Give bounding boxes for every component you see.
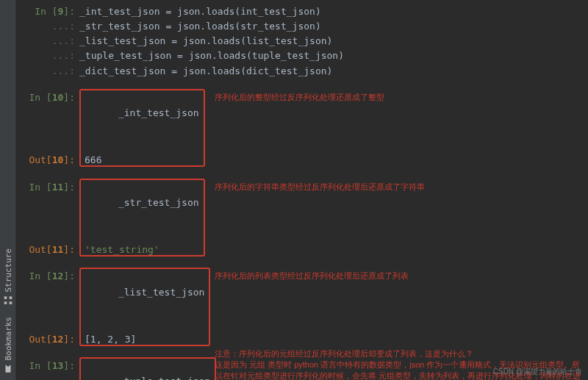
in-9-line-2: ...: _list_test_json = json.loads(list_t…	[16, 34, 588, 49]
in-9-line-3: ...: _tuple_test_json = json.loads(tuple…	[16, 49, 588, 63]
box-13: _tuple_test_json x	[79, 357, 216, 380]
svg-rect-2	[9, 296, 12, 299]
out-10-line: Out[10]: 666	[16, 153, 588, 168]
out-12-line: Out[12]: [1, 2, 3]	[16, 332, 588, 347]
bookmarks-icon	[3, 364, 13, 374]
watermark: CSDN @渴望力量的哈士奇	[493, 367, 582, 377]
svg-rect-0	[9, 301, 12, 304]
annotation-10: 序列化后的整型经过反序列化处理还原成了整型	[215, 92, 384, 103]
bookmarks-tab-label: Bookmarks	[3, 317, 12, 361]
in-9-line-0: In [9]: _int_test_json = json.loads(int_…	[16, 4, 588, 19]
annotation-11: 序列化后的字符串类型经过反序列化处理后还原成了字符串	[215, 182, 425, 193]
structure-tab-label: Structure	[3, 248, 12, 293]
in-9-line-4: ...: _dict_test_json = json.loads(dict_t…	[16, 64, 588, 79]
svg-rect-3	[4, 296, 7, 299]
out-11-line: Out[11]: 'test_string'	[16, 243, 588, 257]
structure-tool-tab[interactable]: Structure	[1, 243, 15, 312]
in-9-line-1: ...: _str_test_json = json.loads(str_tes…	[16, 19, 588, 34]
bookmarks-tool-tab[interactable]: Bookmarks	[1, 311, 15, 380]
code: _int_test_json = json.loads(int_test_jso…	[79, 4, 582, 19]
console-editor[interactable]: In [9]: _int_test_json = json.loads(int_…	[16, 0, 588, 380]
structure-icon	[3, 295, 13, 305]
ide-tool-sidebar: Structure Bookmarks	[0, 0, 16, 380]
svg-rect-1	[4, 301, 7, 304]
annotation-12: 序列化后的列表类型经过反序列化处理后还原成了列表	[215, 270, 409, 282]
